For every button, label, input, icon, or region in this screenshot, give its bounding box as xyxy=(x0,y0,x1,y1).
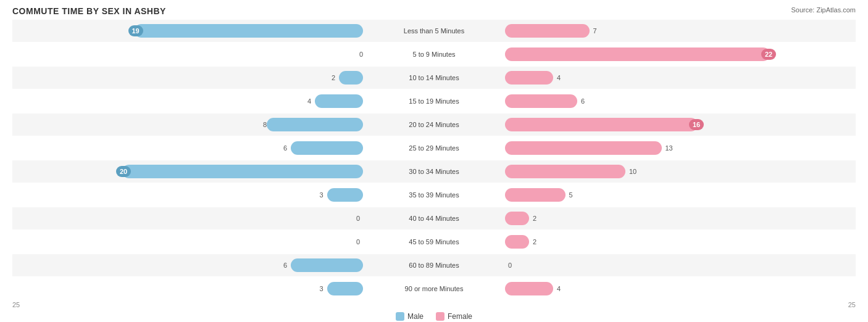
chart-row: 90 or more Minutes34 xyxy=(12,278,856,300)
chart-row: 15 to 19 Minutes46 xyxy=(12,90,856,112)
row-label: 90 or more Minutes xyxy=(405,285,464,292)
row-label: 35 to 39 Minutes xyxy=(409,191,459,199)
legend-male: Male xyxy=(396,312,424,321)
female-bar xyxy=(505,212,529,225)
chart-row: 25 to 29 Minutes613 xyxy=(12,137,856,159)
male-bar xyxy=(339,71,363,85)
row-label: 40 to 44 Minutes xyxy=(409,215,459,222)
female-value: 5 xyxy=(569,191,573,199)
male-bar xyxy=(327,188,364,202)
row-label: 15 to 19 Minutes xyxy=(409,97,459,105)
female-value: 0 xyxy=(508,262,512,269)
male-value: 3 xyxy=(319,191,323,199)
chart-row: 30 to 34 Minutes2010 xyxy=(12,160,856,183)
male-value: 2 xyxy=(332,74,335,81)
male-bar xyxy=(135,24,364,38)
female-value: 4 xyxy=(557,285,561,292)
male-value: 6 xyxy=(283,262,287,269)
female-bar xyxy=(505,282,553,295)
male-bar xyxy=(291,258,363,272)
row-label: 10 to 14 Minutes xyxy=(409,74,459,81)
male-value: 3 xyxy=(319,285,323,292)
chart-container: COMMUTE TIME BY SEX IN ASHBY Source: Zip… xyxy=(0,0,868,322)
source-text: Source: ZipAtlas.com xyxy=(791,6,856,14)
legend-male-label: Male xyxy=(407,312,424,321)
male-value: 19 xyxy=(128,25,143,36)
chart-row: 35 to 39 Minutes35 xyxy=(12,184,856,206)
male-bar xyxy=(327,282,364,295)
male-bar xyxy=(315,94,363,108)
chart-row: 10 to 14 Minutes24 xyxy=(12,67,856,89)
legend: Male Female xyxy=(12,312,856,321)
female-value: 22 xyxy=(761,49,776,60)
female-bar xyxy=(505,165,625,178)
chart-row: 45 to 59 Minutes02 xyxy=(12,231,856,253)
chart-row: 60 to 89 Minutes60 xyxy=(12,254,856,276)
row-label: Less than 5 Minutes xyxy=(404,27,464,35)
row-label: 60 to 89 Minutes xyxy=(409,262,459,269)
chart-row: 5 to 9 Minutes022 xyxy=(12,43,856,65)
row-label: 30 to 34 Minutes xyxy=(409,168,459,175)
legend-male-box xyxy=(396,312,404,321)
bars-area: Less than 5 Minutes1975 to 9 Minutes0221… xyxy=(12,20,856,300)
row-label: 20 to 24 Minutes xyxy=(409,121,459,128)
axis-left-label: 25 xyxy=(12,301,20,308)
female-value: 2 xyxy=(533,238,536,246)
male-bar xyxy=(122,165,363,178)
male-value: 0 xyxy=(356,215,360,222)
male-bar xyxy=(291,141,363,155)
row-label: 25 to 29 Minutes xyxy=(409,144,459,152)
legend-female-box xyxy=(436,312,444,321)
female-bar xyxy=(505,118,698,131)
female-value: 13 xyxy=(666,144,673,152)
chart-title: COMMUTE TIME BY SEX IN ASHBY xyxy=(12,6,856,16)
male-value: 4 xyxy=(307,97,311,105)
male-value: 0 xyxy=(356,238,360,246)
chart-row: Less than 5 Minutes197 xyxy=(12,20,856,42)
female-bar xyxy=(505,235,529,249)
male-value: 8 xyxy=(263,121,267,128)
female-bar xyxy=(505,71,553,85)
male-value: 0 xyxy=(359,51,363,58)
female-bar xyxy=(505,188,565,202)
legend-female-label: Female xyxy=(448,312,472,321)
female-value: 16 xyxy=(689,119,704,130)
female-value: 2 xyxy=(533,215,536,222)
female-bar xyxy=(505,141,662,155)
axis-right-label: 25 xyxy=(848,301,856,308)
female-value: 4 xyxy=(557,74,561,81)
axis-bottom: 25 25 xyxy=(12,301,856,308)
female-bar xyxy=(505,47,770,61)
female-value: 7 xyxy=(593,27,597,35)
male-bar xyxy=(267,118,363,131)
male-value: 6 xyxy=(283,144,287,152)
female-value: 10 xyxy=(629,168,636,175)
female-value: 6 xyxy=(581,97,585,105)
chart-row: 40 to 44 Minutes02 xyxy=(12,207,856,229)
female-bar xyxy=(505,24,590,38)
row-label: 45 to 59 Minutes xyxy=(409,238,459,246)
chart-row: 20 to 24 Minutes816 xyxy=(12,114,856,136)
male-value: 20 xyxy=(116,166,131,177)
female-bar xyxy=(505,94,577,108)
legend-female: Female xyxy=(436,312,472,321)
row-label: 5 to 9 Minutes xyxy=(412,51,455,58)
